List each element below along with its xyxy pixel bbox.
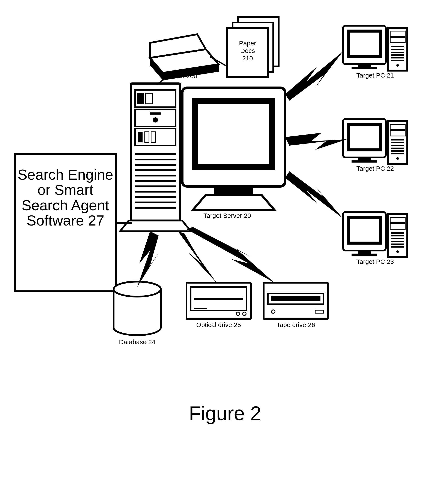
target-pc-22-icon [343,119,407,164]
svg-marker-67 [187,227,274,283]
paper-docs-line1: Paper [230,40,265,47]
svg-point-56 [243,312,246,316]
pc21-label: Target PC 21 [343,72,407,79]
svg-rect-59 [271,296,320,301]
target-pc-21-icon [343,26,407,71]
svg-point-21 [153,117,158,122]
target-pc-23-icon [343,212,407,257]
bolt-server-pc23 [285,171,343,218]
svg-marker-65 [137,231,159,287]
svg-marker-64 [285,171,343,218]
svg-rect-54 [194,308,207,309]
tape-drive-icon [264,283,328,319]
pc22-label: Target PC 22 [343,165,407,172]
bolt-server-pc22 [285,133,347,150]
paper-docs-line2: Docs [230,47,265,54]
svg-point-50 [114,282,161,297]
svg-rect-40 [214,186,253,195]
svg-rect-24 [145,132,149,142]
svg-rect-18 [146,93,152,104]
server-monitor-icon [182,88,285,210]
figure-title: Figure 2 [150,403,300,424]
optical-drive-icon [187,283,251,319]
pc23-label: Target PC 23 [343,258,407,265]
bolt-server-pc21 [285,51,343,101]
bolt-server-tape [187,227,274,283]
svg-marker-62 [285,51,343,101]
svg-rect-17 [137,93,144,104]
svg-point-55 [236,312,240,316]
paper-docs-line3: 210 [230,55,265,62]
target-server-label: Target Server 20 [189,212,266,219]
svg-marker-63 [285,133,347,150]
bolt-server-db [137,231,159,287]
server-tower-icon [120,84,191,231]
diagram-stage: Search Engine or Smart Search Agent Soft… [0,0,448,502]
tape-drive-label: Tape drive 26 [264,321,328,328]
svg-rect-53 [194,298,243,300]
svg-rect-61 [315,310,324,313]
svg-rect-23 [138,132,143,142]
database-label: Database 24 [114,338,161,345]
database-icon [114,282,161,335]
scanner-label: Scanner 200 [161,72,217,79]
svg-rect-25 [151,132,155,142]
optical-drive-label: Optical drive 25 [187,321,251,328]
svg-point-60 [272,310,275,313]
svg-marker-41 [193,195,274,210]
search-software-label: Search Engine or Smart Search Agent Soft… [17,167,114,228]
svg-rect-20 [150,112,161,115]
svg-rect-39 [195,101,272,167]
